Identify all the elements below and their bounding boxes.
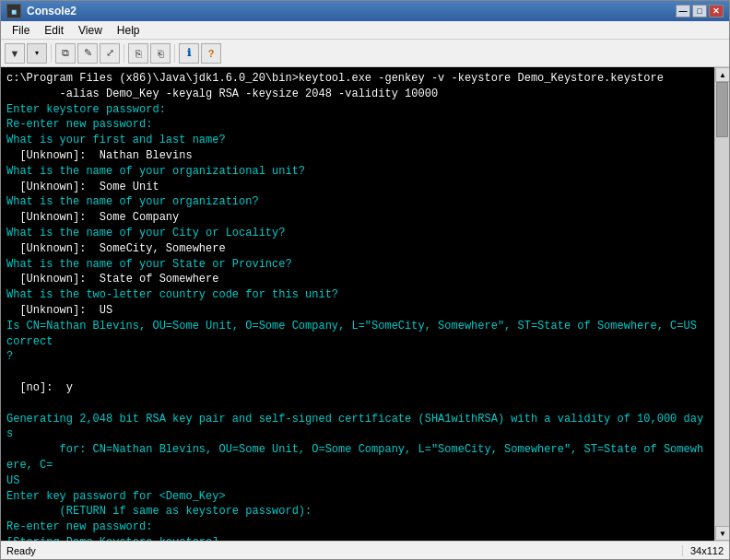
rename-button[interactable]: ✎ <box>77 43 98 64</box>
status-ready: Ready <box>6 545 682 556</box>
scrollbar: ▲ ▼ <box>714 67 729 541</box>
menu-view[interactable]: View <box>71 22 110 39</box>
duplicate-button[interactable]: ⧉ <box>55 43 76 64</box>
window-icon: ■ <box>6 4 21 18</box>
minimize-button[interactable]: — <box>676 5 690 18</box>
scroll-thumb[interactable] <box>716 82 728 137</box>
status-size: 34x112 <box>682 545 724 556</box>
status-bar: Ready 34x112 <box>1 541 729 559</box>
help-button[interactable]: ? <box>201 43 221 64</box>
toolbar-separator-2 <box>124 44 124 63</box>
window-title: Console2 <box>27 5 676 18</box>
menu-help[interactable]: Help <box>110 22 147 39</box>
toolbar-separator-3 <box>174 44 175 63</box>
console-container: c:\Program Files (x86)\Java\jdk1.6.0_20\… <box>1 67 729 541</box>
paste-button[interactable]: ⎗ <box>150 43 171 64</box>
scroll-track[interactable] <box>715 82 729 526</box>
menu-edit[interactable]: Edit <box>37 22 71 39</box>
copy-button[interactable]: ⎘ <box>128 43 148 64</box>
close-button[interactable]: ✕ <box>709 5 724 18</box>
toolbar-separator-1 <box>51 44 52 63</box>
menu-file[interactable]: File <box>5 22 37 39</box>
window-controls: — □ ✕ <box>676 5 724 18</box>
toolbar: ▼ ▾ ⧉ ✎ ⤢ ⎘ ⎗ ℹ ? <box>1 40 729 67</box>
scroll-up-button[interactable]: ▲ <box>715 67 729 82</box>
title-bar: ■ Console2 — □ ✕ <box>1 1 729 21</box>
menu-bar: File Edit View Help <box>1 21 729 40</box>
info-button[interactable]: ℹ <box>179 43 199 64</box>
console-output[interactable]: c:\Program Files (x86)\Java\jdk1.6.0_20\… <box>1 67 714 541</box>
move-button[interactable]: ⤢ <box>100 43 120 64</box>
new-tab-button[interactable]: ▼ <box>5 43 25 64</box>
main-window: ■ Console2 — □ ✕ File Edit View Help ▼ ▾… <box>0 0 730 560</box>
new-tab-dropdown[interactable]: ▾ <box>27 43 47 64</box>
maximize-button[interactable]: □ <box>692 5 707 18</box>
scroll-down-button[interactable]: ▼ <box>715 526 729 541</box>
